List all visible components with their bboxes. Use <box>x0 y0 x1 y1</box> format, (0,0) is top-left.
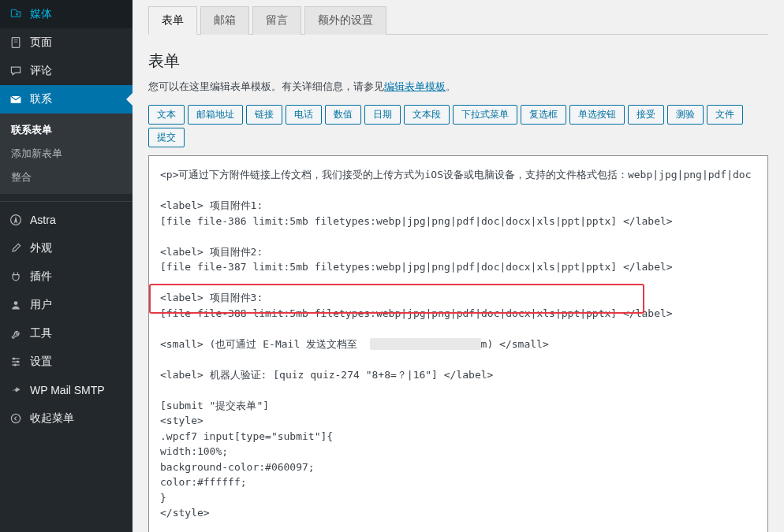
submenu-item[interactable]: 整合 <box>0 166 133 189</box>
editor-line: <label> 项目附件2: <box>160 244 756 260</box>
editor-line: </style> <box>160 505 756 521</box>
menu-item-page[interactable]: 页面 <box>0 28 133 57</box>
editor-line: [file file-386 limit:5mb filetypes:webp|… <box>160 214 756 229</box>
svg-point-13 <box>11 414 20 422</box>
editor-line <box>160 352 756 367</box>
menu-label: 设置 <box>30 355 52 369</box>
tag-button[interactable]: 文件 <box>707 105 743 125</box>
doc-link[interactable]: 编辑表单模板 <box>384 80 446 92</box>
menu-label: WP Mail SMTP <box>30 384 105 396</box>
tab-额外的设置[interactable]: 额外的设置 <box>304 6 386 35</box>
editor-line: width:100%; <box>160 444 756 459</box>
tab-邮箱[interactable]: 邮箱 <box>200 6 249 35</box>
menu-label: 用户 <box>30 298 52 312</box>
menu-item-astra[interactable]: Astra <box>0 206 133 234</box>
menu-item-media[interactable]: 媒体 <box>0 0 133 28</box>
submenu-item[interactable]: 添加新表单 <box>0 142 133 166</box>
tag-button[interactable]: 下拉式菜单 <box>453 105 517 125</box>
menu-label: 页面 <box>30 35 52 50</box>
tag-button[interactable]: 数值 <box>325 105 361 125</box>
editor-line: } <box>160 490 756 506</box>
page-icon <box>8 35 24 50</box>
editor-line: <small> (也可通过 E-Mail 发送文档至 █████████████… <box>160 337 756 352</box>
menu-label: 工具 <box>30 326 52 340</box>
tab-留言[interactable]: 留言 <box>252 6 301 35</box>
editor-line: <label> 项目附件3: <box>160 290 756 306</box>
editor-line: <style> <box>160 413 756 429</box>
panel-title: 表单 <box>148 50 768 72</box>
tab-表单[interactable]: 表单 <box>148 6 197 35</box>
editor-line: .wpcf7 input[type="submit"]{ <box>160 429 756 445</box>
editor-line: [file file-387 limit:5mb filetypes:webp|… <box>160 259 756 275</box>
panel-description: 您可以在这里编辑表单模板。有关详细信息，请参见编辑表单模板。 <box>148 80 768 94</box>
form-tag-buttons: 文本邮箱地址链接电话数值日期文本段下拉式菜单复选框单选按钮接受测验文件提交 <box>148 105 768 147</box>
collapse-icon <box>8 411 24 426</box>
user-icon <box>8 297 24 313</box>
tag-button[interactable]: 电话 <box>286 105 322 125</box>
submenu-item[interactable]: 联系表单 <box>0 118 133 142</box>
tag-button[interactable]: 单选按钮 <box>569 105 625 125</box>
menu-label: 外观 <box>30 241 52 255</box>
editor-line <box>160 382 756 398</box>
menu-item-brush[interactable]: 外观 <box>0 234 133 262</box>
menu-label: 收起菜单 <box>30 411 74 426</box>
tag-button[interactable]: 文本 <box>148 105 185 125</box>
tag-button[interactable]: 文本段 <box>404 105 450 125</box>
tag-button[interactable]: 邮箱地址 <box>188 105 243 125</box>
editor-line: [file file-388 limit:5mb filetypes:webp|… <box>160 306 756 322</box>
form-template-editor[interactable]: <p>可通过下方附件链接上传文档，我们接受的上传方式为iOS设备或电脑设备，支持… <box>148 155 768 532</box>
menu-label: 媒体 <box>30 7 52 21</box>
menu-item-mail[interactable]: 联系 <box>0 85 133 113</box>
menu-item-collapse[interactable]: 收起菜单 <box>0 404 133 433</box>
editor-line <box>160 229 756 244</box>
svg-point-10 <box>17 360 19 363</box>
menu-item-user[interactable]: 用户 <box>0 291 133 319</box>
tag-button[interactable]: 接受 <box>628 105 664 125</box>
admin-sidebar: 媒体页面评论联系 联系表单添加新表单整合 Astra外观插件用户工具设置WP M… <box>0 0 133 532</box>
menu-item-comment[interactable]: 评论 <box>0 57 133 85</box>
panel-tabs: 表单邮箱留言额外的设置 <box>148 0 768 35</box>
plug-icon <box>8 269 24 285</box>
editor-line: color:#ffffff; <box>160 474 756 490</box>
menu-item-tool[interactable]: 工具 <box>0 319 133 348</box>
tag-button[interactable]: 测验 <box>667 105 704 125</box>
editor-line: <label> 项目附件1: <box>160 198 756 214</box>
svg-point-6 <box>14 301 18 305</box>
main-content: 表单邮箱留言额外的设置 表单 您可以在这里编辑表单模板。有关详细信息，请参见编辑… <box>133 0 784 532</box>
tool-icon <box>8 326 24 341</box>
comment-icon <box>8 63 24 79</box>
menu-label: 插件 <box>30 270 52 284</box>
menu-label: 评论 <box>30 64 52 78</box>
tag-button[interactable]: 日期 <box>364 105 401 125</box>
astra-icon <box>8 212 24 228</box>
settings-icon <box>8 354 24 370</box>
editor-line: <label> 机器人验证: [quiz quiz-274 "8+8=？|16"… <box>160 367 756 383</box>
menu-item-smtp[interactable]: WP Mail SMTP <box>0 376 133 404</box>
smtp-icon <box>8 382 24 398</box>
tag-button[interactable]: 提交 <box>148 128 185 147</box>
editor-line: background-color:#060097; <box>160 459 756 475</box>
svg-point-8 <box>13 357 15 359</box>
menu-label: Astra <box>30 214 56 226</box>
mail-icon <box>8 91 24 107</box>
brush-icon <box>8 240 24 256</box>
editor-line: [submit "提交表单"] <box>160 398 756 414</box>
tag-button[interactable]: 链接 <box>246 105 282 125</box>
svg-point-12 <box>14 363 17 366</box>
menu-item-plug[interactable]: 插件 <box>0 262 133 291</box>
menu-label: 联系 <box>30 92 52 106</box>
editor-line <box>160 183 756 199</box>
tag-button[interactable]: 复选框 <box>521 105 566 125</box>
editor-line: <p>可通过下方附件链接上传文档，我们接受的上传方式为iOS设备或电脑设备，支持… <box>160 167 756 183</box>
svg-rect-1 <box>12 38 20 48</box>
svg-point-0 <box>16 13 18 15</box>
editor-line <box>160 321 756 337</box>
menu-item-settings[interactable]: 设置 <box>0 348 133 376</box>
editor-line <box>160 275 756 291</box>
media-icon <box>8 6 24 22</box>
